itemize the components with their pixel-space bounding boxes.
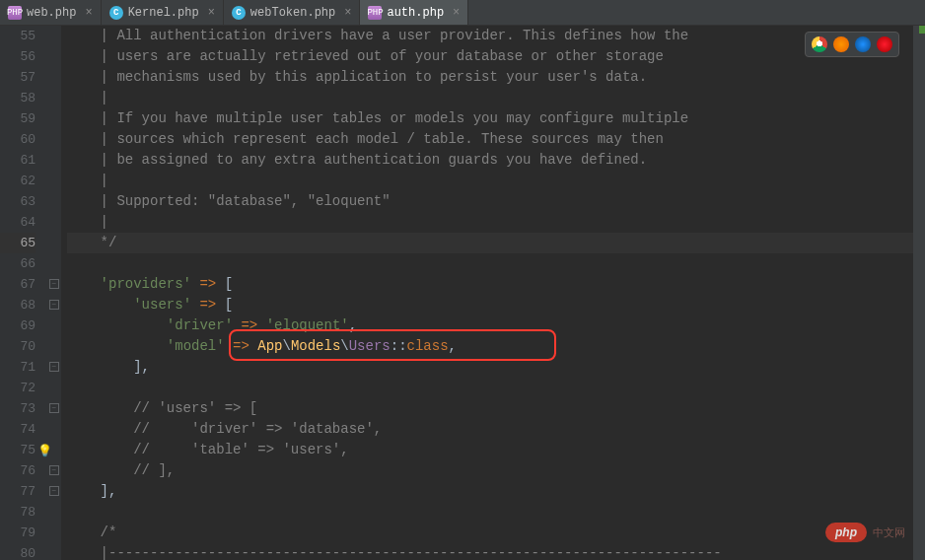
code-line[interactable]: // ], [67,460,925,481]
fold-marker[interactable]: − [49,403,59,413]
line-number: 69 [0,315,36,336]
line-number: 58 [0,88,36,108]
line-number: 77 [0,481,36,502]
fold-column: −−−−−− [47,26,61,560]
line-number: 79 [0,523,36,543]
line-number: 75 [0,440,36,460]
tab-label: auth.php [387,6,444,20]
line-number: 74 [0,419,36,440]
line-number: 71 [0,357,36,378]
code-line[interactable]: // 'users' => [ [67,398,925,419]
code-line[interactable]: | [67,88,925,108]
code-line[interactable]: 'model' => App\Models\Users::class, [67,336,925,357]
code-line[interactable]: | [67,171,925,191]
line-number: 67 [0,274,36,295]
line-number: 61 [0,150,36,171]
line-number: 56 [0,46,36,67]
line-number: 65 [0,233,36,253]
code-line[interactable]: /* [67,523,925,543]
intention-bulb-icon[interactable]: 💡 [37,442,53,457]
editor-area: 5556575859606162636465666768697071727374… [0,26,925,560]
c-file-icon: C [109,6,123,20]
fold-marker[interactable]: − [49,486,59,496]
line-number: 73 [0,398,36,419]
chrome-icon[interactable] [812,36,827,52]
vertical-scrollbar[interactable] [913,26,925,560]
close-icon[interactable]: × [344,6,351,20]
line-number: 63 [0,191,36,212]
close-icon[interactable]: × [208,6,215,20]
code-line[interactable]: // 'driver' => 'database', [67,419,925,440]
code-line[interactable]: 'providers' => [ [67,274,925,295]
line-number: 70 [0,336,36,357]
code-line[interactable]: | be assigned to any extra authenticatio… [67,150,925,171]
line-number: 76 [0,460,36,481]
close-icon[interactable]: × [453,6,460,20]
line-number: 68 [0,295,36,315]
line-number: 66 [0,253,36,274]
line-number: 80 [0,543,36,560]
code-line[interactable]: 'driver' => 'eloquent', [67,315,925,336]
line-number: 62 [0,171,36,191]
tab-web-php[interactable]: PHPweb.php× [0,0,102,25]
scroll-indicator [919,26,925,34]
opera-icon[interactable] [877,36,892,52]
code-line[interactable] [67,502,925,523]
code-line[interactable]: |---------------------------------------… [67,543,925,560]
close-icon[interactable]: × [85,6,92,20]
tab-label: webToken.php [250,6,335,20]
line-number: 55 [0,26,36,46]
code-line[interactable]: | All authentication drivers have a user… [67,26,925,46]
code-line[interactable]: | [67,212,925,233]
fold-marker[interactable]: − [49,279,59,289]
watermark-text: 中文网 [873,525,905,540]
watermark-badge: php [825,523,867,542]
code-line[interactable]: | Supported: "database", "eloquent" [67,191,925,212]
fold-marker[interactable]: − [49,465,59,475]
line-number: 64 [0,212,36,233]
code-line[interactable]: ], [67,357,925,378]
line-number-gutter: 5556575859606162636465666768697071727374… [0,26,47,560]
php-file-icon: PHP [8,6,22,20]
tab-label: web.php [27,6,76,20]
code-line[interactable]: ], [67,481,925,502]
browser-preview-icons [805,32,899,57]
code-line[interactable]: | If you have multiple user tables or mo… [67,108,925,129]
tab-auth-php[interactable]: PHPauth.php× [360,0,468,25]
code-line[interactable] [67,253,925,274]
fold-marker[interactable]: − [49,300,59,310]
line-number: 59 [0,108,36,129]
code-content[interactable]: | All authentication drivers have a user… [61,26,925,560]
line-number: 57 [0,67,36,88]
c-file-icon: C [232,6,246,20]
line-number: 72 [0,378,36,398]
code-line[interactable]: 💡 */ [67,233,925,253]
tab-webToken-php[interactable]: CwebToken.php× [224,0,361,25]
code-line[interactable] [67,378,925,398]
code-line[interactable]: // 'table' => 'users', [67,440,925,460]
code-line[interactable]: | mechanisms used by this application to… [67,67,925,88]
fold-marker[interactable]: − [49,362,59,372]
php-file-icon: PHP [368,6,382,20]
code-line[interactable]: | sources which represent each model / t… [67,129,925,150]
code-line[interactable]: | users are actually retrieved out of yo… [67,46,925,67]
line-number: 60 [0,129,36,150]
tab-Kernel-php[interactable]: CKernel.php× [102,0,224,25]
editor-tabs: PHPweb.php×CKernel.php×CwebToken.php×PHP… [0,0,925,26]
line-number: 78 [0,502,36,523]
safari-icon[interactable] [855,36,871,52]
watermark: php 中文网 [825,523,905,542]
tab-label: Kernel.php [128,6,199,20]
firefox-icon[interactable] [833,36,849,52]
code-line[interactable]: 'users' => [ [67,295,925,315]
